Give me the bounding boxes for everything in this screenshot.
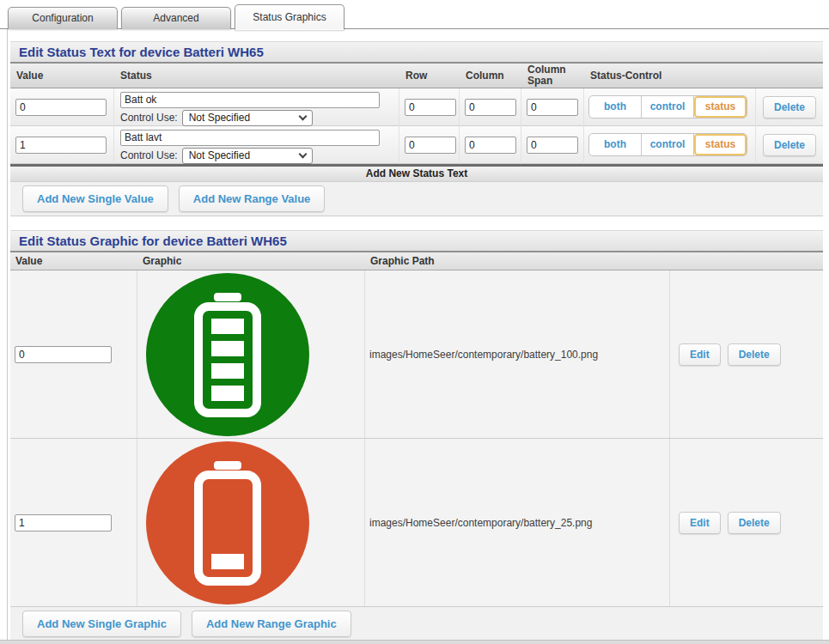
control-button[interactable]: control: [642, 96, 694, 118]
col-header-value: Value: [10, 255, 137, 267]
value-input[interactable]: [15, 137, 107, 154]
col-header-status: Status: [114, 70, 399, 82]
edit-button[interactable]: Edit: [679, 512, 721, 534]
control-use-selected-value: Not Specified: [189, 149, 250, 161]
edit-button[interactable]: Edit: [679, 343, 721, 366]
column-cell: [460, 126, 521, 164]
control-use-label: Control Use:: [120, 112, 178, 124]
status-button[interactable]: status: [694, 96, 747, 118]
column-input[interactable]: [465, 137, 516, 154]
graphic-value-input[interactable]: [15, 346, 112, 363]
value-input[interactable]: [15, 99, 107, 116]
delete-button[interactable]: Delete: [728, 343, 781, 366]
actions-cell: Edit Delete: [670, 439, 823, 606]
status-text-row-2: Control Use: Not Specified both control …: [10, 126, 823, 164]
graphic-path-cell: images/HomeSeer/contemporary/battery_25.…: [365, 439, 670, 606]
chevron-down-icon: [298, 149, 307, 158]
col-header-graphic: Graphic: [137, 255, 365, 267]
column-span-cell: [521, 126, 584, 164]
value-cell: [10, 439, 137, 606]
row-cell: [399, 126, 460, 164]
status-graphic-row-1: images/HomeSeer/contemporary/battery_100…: [10, 270, 823, 439]
delete-cell: Delete: [756, 88, 823, 126]
column-cell: [460, 88, 521, 126]
col-header-status-control: Status-Control: [584, 70, 756, 82]
status-text-input[interactable]: [120, 92, 380, 108]
tab-advanced[interactable]: Advanced: [121, 7, 231, 29]
battery-full-icon: [146, 273, 309, 436]
graphic-cell: [137, 439, 365, 606]
control-use-label: Control Use:: [120, 149, 178, 161]
graphic-cell: [137, 270, 365, 438]
actions-cell: Edit Delete: [670, 270, 823, 438]
status-control-group: both control status: [588, 133, 747, 156]
both-button[interactable]: both: [589, 96, 642, 118]
tab-configuration[interactable]: Configuration: [8, 7, 118, 29]
status-text-input[interactable]: [120, 130, 380, 146]
both-button[interactable]: both: [589, 134, 642, 155]
tab-bar: Configuration Advanced Status Graphics: [0, 0, 829, 29]
graphic-path-text: images/HomeSeer/contemporary/battery_100…: [369, 349, 598, 361]
row-input[interactable]: [405, 99, 456, 116]
control-use-select[interactable]: Not Specified: [182, 148, 313, 164]
col-header-value: Value: [10, 70, 114, 82]
status-control-group: both control status: [588, 95, 747, 118]
page-bottom-edge: [0, 640, 829, 644]
add-new-single-value-button[interactable]: Add New Single Value: [22, 185, 168, 212]
section-gap: [10, 216, 823, 230]
delete-button[interactable]: Delete: [728, 512, 781, 534]
add-status-text-header: Add New Status Text: [10, 164, 823, 182]
status-button[interactable]: status: [694, 134, 747, 155]
col-header-column: Column: [460, 70, 521, 82]
graphic-path-cell: images/HomeSeer/contemporary/battery_100…: [365, 270, 670, 438]
column-span-input[interactable]: [527, 99, 578, 116]
column-span-cell: [521, 88, 584, 126]
delete-button[interactable]: Delete: [763, 96, 816, 118]
column-span-input[interactable]: [527, 137, 578, 154]
column-input[interactable]: [465, 99, 516, 116]
status-cell: Control Use: Not Specified: [114, 126, 399, 164]
battery-low-icon: [146, 441, 309, 605]
add-new-range-graphic-button[interactable]: Add New Range Graphic: [192, 611, 351, 637]
delete-button[interactable]: Delete: [763, 134, 816, 156]
status-control-cell: both control status: [584, 126, 756, 164]
tab-status-graphics[interactable]: Status Graphics: [235, 4, 344, 30]
status-control-cell: both control status: [584, 88, 756, 126]
control-button[interactable]: control: [642, 134, 694, 155]
value-cell: [10, 126, 114, 164]
status-text-row-1: Control Use: Not Specified both control …: [10, 88, 823, 126]
add-new-single-graphic-button[interactable]: Add New Single Graphic: [22, 611, 181, 637]
status-text-table-header: Value Status Row Column Column Span Stat…: [10, 64, 823, 88]
graphic-value-input[interactable]: [15, 514, 112, 532]
col-header-row: Row: [399, 70, 460, 82]
delete-cell: Delete: [756, 126, 823, 164]
control-use-selected-value: Not Specified: [189, 112, 250, 124]
add-new-range-value-button[interactable]: Add New Range Value: [179, 185, 326, 212]
value-cell: [10, 270, 137, 438]
value-cell: [10, 88, 114, 126]
col-header-graphic-path: Graphic Path: [365, 255, 670, 267]
page-left-border: [7, 29, 8, 644]
status-cell: Control Use: Not Specified: [114, 88, 399, 126]
status-text-section-title: Edit Status Text for device Batteri WH65: [10, 41, 823, 64]
status-text-actions-row: Add New Single Value Add New Range Value: [10, 182, 823, 216]
row-input[interactable]: [405, 137, 456, 154]
row-cell: [399, 88, 460, 126]
control-use-select[interactable]: Not Specified: [182, 110, 313, 126]
status-graphic-section-title: Edit Status Graphic for device Batteri W…: [10, 230, 823, 252]
graphic-path-text: images/HomeSeer/contemporary/battery_25.…: [369, 517, 592, 529]
status-graphic-table-header: Value Graphic Graphic Path: [10, 252, 823, 270]
status-graphic-row-2: images/HomeSeer/contemporary/battery_25.…: [10, 439, 823, 607]
main-content: Edit Status Text for device Batteri WH65…: [10, 41, 823, 641]
col-header-column-span: Column Span: [521, 64, 584, 87]
chevron-down-icon: [298, 112, 307, 120]
status-graphic-actions-row: Add New Single Graphic Add New Range Gra…: [10, 607, 823, 641]
